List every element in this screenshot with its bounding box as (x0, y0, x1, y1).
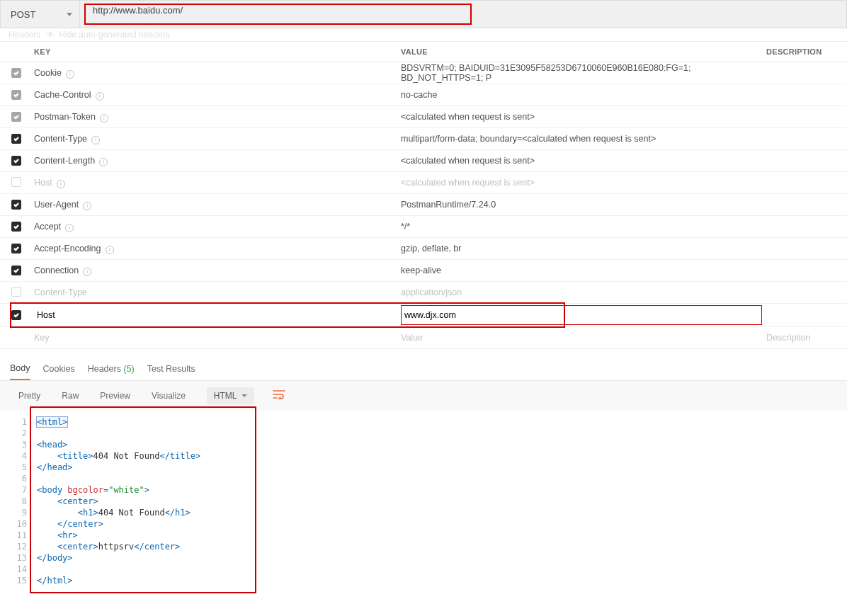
header-row: Cache-Controlino-cache (0, 84, 847, 106)
code-line: 12 <center>httpsrv</center> (14, 541, 837, 552)
response-tabs: Body Cookies Headers (5) Test Results (0, 356, 847, 380)
header-key[interactable]: Cookiei (30, 68, 398, 79)
request-bar: POST http://www.baidu.com/ (0, 0, 847, 28)
header-row-editable (0, 304, 847, 327)
th-value: VALUE (398, 47, 762, 56)
checkbox[interactable] (11, 287, 21, 297)
header-row: Hosti<calculated when request is sent> (0, 172, 847, 194)
header-row: User-AgentiPostmanRuntime/7.24.0 (0, 194, 847, 216)
checkbox[interactable] (11, 266, 21, 275)
checkbox[interactable] (11, 310, 21, 320)
th-desc: DESCRIPTION (762, 47, 847, 56)
header-key[interactable]: Content-Typei (30, 134, 398, 144)
view-visualize[interactable]: Visualize (143, 387, 194, 405)
header-key[interactable]: Content-Lengthi (30, 156, 398, 166)
header-value-input[interactable] (401, 305, 762, 325)
checkbox[interactable] (11, 134, 21, 144)
header-row: Accepti*/* (0, 216, 847, 238)
header-value[interactable]: <calculated when request is sent> (398, 112, 762, 122)
code-line: 8 <center> (14, 496, 837, 507)
code-line: 1<html> (14, 416, 837, 428)
header-value[interactable]: */* (398, 222, 762, 232)
header-value[interactable]: PostmanRuntime/7.24.0 (398, 200, 762, 210)
tab-cookies[interactable]: Cookies (43, 364, 75, 380)
checkbox[interactable] (11, 112, 21, 122)
header-value[interactable]: gzip, deflate, br (398, 244, 762, 253)
header-key-input[interactable] (34, 305, 398, 325)
code-line: 14 (14, 564, 837, 575)
code-line: 5</head> (14, 462, 837, 473)
wrap-lines-icon[interactable] (267, 387, 291, 405)
http-method-label: POST (11, 9, 35, 20)
checkbox[interactable] (11, 244, 21, 253)
code-line: 13</body> (14, 552, 837, 564)
header-value[interactable]: <calculated when request is sent> (398, 178, 762, 188)
header-value[interactable]: multipart/form-data; boundary=<calculate… (398, 134, 762, 144)
header-key[interactable]: Connectioni (30, 266, 398, 276)
header-row: Accept-Encodingigzip, deflate, br (0, 238, 847, 260)
header-value[interactable]: application/json (398, 287, 762, 297)
header-value[interactable]: <calculated when request is sent> (398, 156, 762, 166)
header-key[interactable]: Accepti (30, 222, 398, 232)
info-icon: i (100, 114, 108, 122)
header-row: Content-Typeimultipart/form-data; bounda… (0, 128, 847, 150)
checkbox[interactable] (11, 222, 21, 232)
view-raw[interactable]: Raw (53, 387, 87, 405)
view-preview[interactable]: Preview (91, 387, 139, 405)
code-line: 6 (14, 473, 837, 484)
header-key[interactable]: Postman-Tokeni (30, 112, 398, 122)
header-row: Content-Lengthi<calculated when request … (0, 150, 847, 172)
body-view-tabs: Pretty Raw Preview Visualize HTML (0, 381, 847, 411)
header-row: CookieiBDSVRTM=0; BAIDUID=31E3095F58253D… (0, 62, 847, 84)
placeholder-value: Value (398, 333, 762, 343)
code-line: 2 (14, 428, 837, 439)
request-url-input[interactable]: http://www.baidu.com/ (84, 4, 472, 25)
checkbox[interactable] (11, 156, 21, 166)
code-line: 7<body bgcolor="white"> (14, 484, 837, 496)
header-key[interactable]: Cache-Controli (30, 90, 398, 101)
header-key[interactable]: Content-Type (30, 287, 398, 297)
http-method-select[interactable]: POST (1, 0, 80, 28)
tab-test-results[interactable]: Test Results (147, 364, 195, 380)
header-value[interactable]: keep-alive (398, 266, 762, 275)
format-select[interactable]: HTML (207, 387, 254, 404)
checkbox[interactable] (11, 90, 21, 100)
header-row-placeholder[interactable]: Key Value Description (0, 327, 847, 349)
info-icon: i (66, 70, 74, 79)
placeholder-desc: Description (762, 333, 847, 343)
info-icon: i (65, 224, 74, 232)
code-line: 9 <h1>404 Not Found</h1> (14, 507, 837, 518)
info-icon: i (57, 180, 65, 188)
checkbox[interactable] (11, 200, 21, 210)
headers-label: Headers (8, 30, 40, 40)
th-key: KEY (30, 47, 398, 56)
header-row: Postman-Tokeni<calculated when request i… (0, 106, 847, 128)
checkbox[interactable] (11, 177, 21, 187)
code-line: 10 </center> (14, 518, 837, 530)
info-icon: i (96, 92, 104, 101)
code-line: 11 <hr> (14, 530, 837, 541)
tab-body[interactable]: Body (10, 363, 30, 380)
headers-table-head: KEY VALUE DESCRIPTION (0, 41, 847, 62)
header-row: Content-Typeapplication/json (0, 282, 847, 304)
checkbox[interactable] (11, 68, 21, 78)
header-key[interactable]: User-Agenti (30, 200, 398, 210)
info-icon: i (83, 268, 91, 276)
headers-subheader: Headers 👁 Hide auto-generated headers (0, 28, 847, 41)
code-line: 3<head> (14, 439, 837, 450)
response-body-code[interactable]: 1<html>23<head>4 <title>404 Not Found</t… (14, 413, 837, 593)
hide-generated-link[interactable]: Hide auto-generated headers (59, 30, 169, 40)
request-url-value: http://www.baidu.com/ (93, 5, 183, 16)
header-row: Connectionikeep-alive (0, 260, 847, 282)
header-key[interactable]: Accept-Encodingi (30, 244, 398, 254)
header-key[interactable]: Hosti (30, 178, 398, 188)
eye-icon: 👁 (46, 30, 55, 40)
header-value[interactable]: no-cache (398, 90, 762, 100)
info-icon: i (91, 136, 100, 144)
view-pretty[interactable]: Pretty (10, 387, 49, 405)
code-line: 15</html> (14, 575, 837, 586)
info-icon: i (83, 202, 91, 210)
header-value[interactable]: BDSVRTM=0; BAIDUID=31E3095F58253D6710060… (398, 63, 762, 83)
headers-table-body: CookieiBDSVRTM=0; BAIDUID=31E3095F58253D… (0, 62, 847, 304)
tab-headers[interactable]: Headers (5) (88, 364, 135, 380)
